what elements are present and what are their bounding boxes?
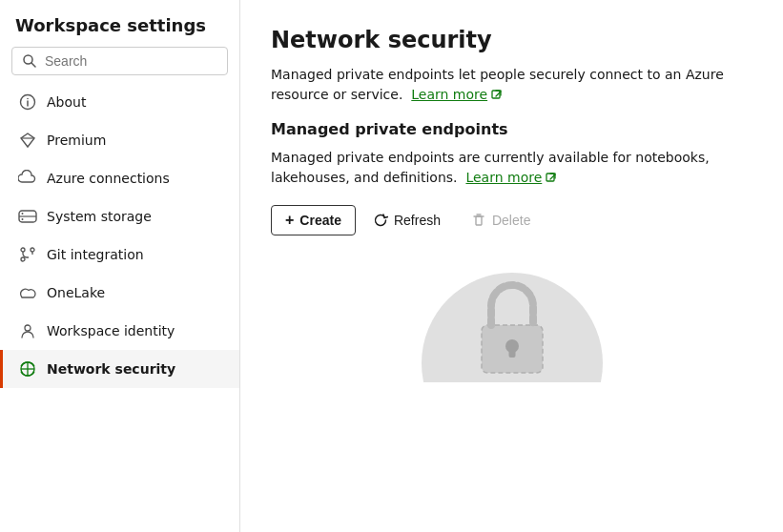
- sidebar-item-azure-connections[interactable]: Azure connections: [0, 159, 239, 197]
- refresh-button[interactable]: Refresh: [360, 207, 454, 234]
- sidebar-title: Workspace settings: [0, 0, 239, 47]
- sidebar-item-label-about: About: [47, 94, 86, 110]
- svg-point-9: [22, 213, 24, 215]
- external-link-icon-1: [491, 90, 503, 101]
- svg-point-10: [22, 218, 24, 220]
- search-icon: [22, 53, 37, 69]
- empty-state-illustration: [407, 258, 617, 382]
- onelake-icon: [18, 283, 37, 302]
- sidebar-item-onelake[interactable]: OneLake: [0, 274, 239, 312]
- external-link-icon-2: [546, 173, 557, 184]
- main-content: Network security Managed private endpoin…: [240, 0, 783, 532]
- git-icon: [18, 245, 37, 264]
- sidebar-item-about[interactable]: About: [0, 83, 239, 121]
- sidebar-item-label-storage: System storage: [47, 209, 152, 224]
- diamond-icon: [18, 131, 37, 150]
- sidebar-item-label-network: Network security: [47, 361, 175, 377]
- sidebar-item-label-onelake: OneLake: [47, 285, 105, 300]
- svg-point-13: [21, 257, 25, 261]
- svg-rect-29: [508, 346, 515, 358]
- illustration-area: [271, 258, 752, 382]
- sidebar-item-git-integration[interactable]: Git integration: [0, 235, 239, 274]
- plus-icon: +: [285, 212, 294, 229]
- sidebar-item-system-storage[interactable]: System storage: [0, 197, 239, 235]
- sidebar-item-label-premium: Premium: [47, 133, 106, 148]
- sidebar-item-premium[interactable]: Premium: [0, 121, 239, 159]
- delete-button[interactable]: Delete: [458, 207, 544, 234]
- search-box[interactable]: [11, 47, 228, 75]
- svg-line-1: [31, 63, 35, 67]
- main-description: Managed private endpoints let people sec…: [271, 65, 752, 105]
- toolbar: + Create Refresh Delete: [271, 205, 752, 235]
- sidebar-item-network-security[interactable]: Network security: [0, 350, 239, 388]
- sidebar: Workspace settings About Premiu: [0, 0, 240, 532]
- learn-more-link-1[interactable]: Learn more: [411, 85, 503, 105]
- network-icon: [18, 359, 37, 379]
- sidebar-item-label-azure: Azure connections: [47, 171, 170, 186]
- info-icon: [18, 92, 37, 112]
- delete-icon: [471, 213, 486, 228]
- cloud-icon: [18, 169, 37, 188]
- sidebar-item-label-identity: Workspace identity: [47, 323, 175, 338]
- page-title: Network security: [271, 27, 752, 53]
- storage-icon: [18, 207, 37, 226]
- svg-rect-23: [476, 216, 482, 225]
- svg-marker-5: [21, 133, 34, 147]
- section-title: Managed private endpoints: [271, 120, 752, 138]
- svg-point-12: [31, 248, 34, 252]
- search-input[interactable]: [45, 53, 217, 69]
- sidebar-item-label-git: Git integration: [47, 247, 144, 262]
- svg-point-4: [27, 98, 29, 100]
- identity-icon: [18, 321, 37, 340]
- learn-more-link-2[interactable]: Learn more: [465, 168, 557, 188]
- sidebar-item-workspace-identity[interactable]: Workspace identity: [0, 312, 239, 350]
- svg-point-11: [21, 248, 25, 252]
- svg-point-15: [25, 325, 31, 331]
- section-description: Managed private endpoints are currently …: [271, 148, 752, 188]
- refresh-icon: [373, 213, 388, 228]
- create-button[interactable]: + Create: [271, 205, 356, 235]
